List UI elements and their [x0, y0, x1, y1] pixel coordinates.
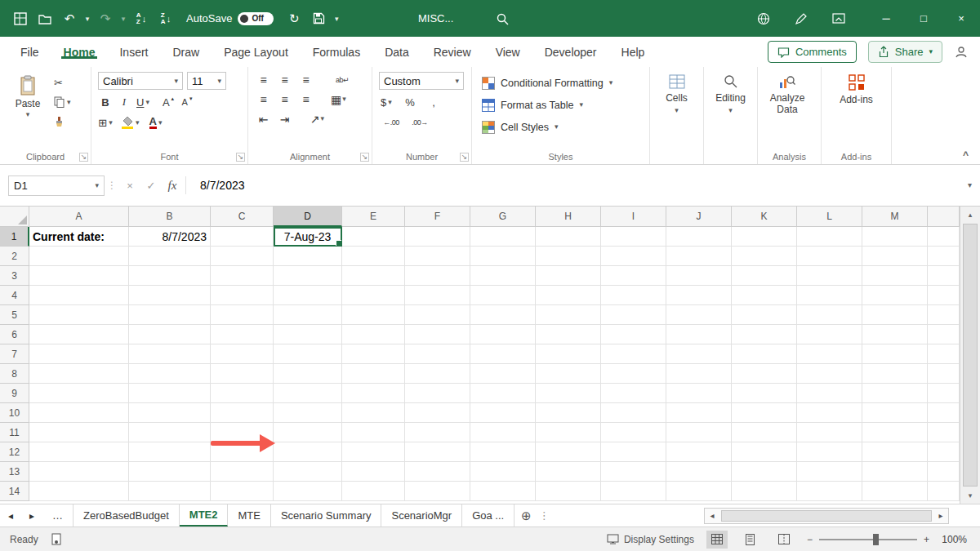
grid-cell-m3[interactable] — [862, 266, 928, 286]
grid-cell-l5[interactable] — [797, 305, 862, 325]
percent-style-button[interactable]: % — [403, 94, 417, 110]
grid-cell-a7[interactable] — [29, 344, 129, 364]
analyze-data-button[interactable]: Analyze Data — [758, 67, 817, 149]
tab-developer[interactable]: Developer — [532, 46, 609, 59]
row-header-11[interactable]: 11 — [0, 423, 29, 442]
column-header-m[interactable]: M — [862, 207, 928, 227]
grid-cell-c3[interactable] — [211, 266, 274, 286]
tab-view[interactable]: View — [483, 46, 532, 59]
grid-cell-b10[interactable] — [129, 403, 211, 423]
cell-styles-button[interactable]: Cell Styles ▾ — [479, 116, 644, 138]
scroll-left-icon[interactable]: ◂ — [705, 511, 719, 520]
sheet-tab-scenario-summary[interactable]: Scenario Summary — [271, 504, 382, 527]
middle-align-icon[interactable]: ≡ — [276, 72, 293, 87]
grid-cell-c10[interactable] — [211, 403, 274, 423]
grid-cell-j4[interactable] — [666, 286, 732, 305]
grid-cell-m2[interactable] — [862, 247, 928, 266]
font-name-combo[interactable]: Calibri ▾ — [98, 72, 183, 90]
grid-cell-g10[interactable] — [470, 403, 536, 423]
scroll-down-icon[interactable]: ▾ — [960, 487, 980, 504]
grid-cell-k2[interactable] — [732, 247, 797, 266]
column-header-b[interactable]: B — [129, 207, 211, 227]
formula-bar-grip[interactable]: ⋮ — [105, 180, 119, 191]
name-box[interactable]: D1 ▾ — [8, 176, 105, 196]
grid-cell-e9[interactable] — [342, 384, 405, 403]
grid-cell-l10[interactable] — [797, 403, 862, 423]
display-settings-button[interactable]: Display Settings — [607, 534, 694, 545]
grid-cell-g5[interactable] — [470, 305, 536, 325]
grid-cell-d2[interactable] — [274, 247, 342, 266]
grid-cell-a5[interactable] — [29, 305, 129, 325]
grid-cell-i3[interactable] — [601, 266, 666, 286]
add-sheet-icon[interactable]: ⊕ — [514, 504, 537, 527]
grid-cell-h8[interactable] — [536, 364, 601, 384]
increase-decimal-button[interactable]: ←.00 — [379, 114, 403, 131]
sheet-nav-left-icon[interactable]: ◂ — [0, 504, 21, 527]
close-button[interactable]: × — [942, 0, 980, 37]
sort-descending-icon[interactable]: ZA ↓ — [154, 12, 178, 25]
grid-cell-e4[interactable] — [342, 286, 405, 305]
grid-cell-j13[interactable] — [666, 462, 732, 482]
grid-cell-g4[interactable] — [470, 286, 536, 305]
grid-cell-d8[interactable] — [274, 364, 342, 384]
tab-home[interactable]: Home — [51, 46, 108, 59]
pen-icon[interactable] — [794, 11, 808, 26]
fill-color-button[interactable]: ▾ — [122, 114, 140, 131]
grid-cell-f11[interactable] — [405, 423, 470, 442]
zoom-out-icon[interactable]: − — [807, 534, 813, 545]
cancel-icon[interactable]: × — [119, 176, 140, 196]
expand-formula-bar-icon[interactable]: ▾ — [968, 181, 972, 189]
sort-ascending-icon[interactable]: AZ ↓ — [129, 12, 154, 25]
grid-cell-k14[interactable] — [732, 482, 797, 501]
align-right-icon[interactable]: ≡ — [297, 91, 314, 107]
excel-app-icon[interactable] — [8, 7, 33, 31]
grid-cell-b4[interactable] — [129, 286, 211, 305]
grid-cell-f8[interactable] — [405, 364, 470, 384]
italic-button[interactable]: I — [117, 94, 131, 110]
column-header-a[interactable]: A — [29, 207, 129, 227]
globe-icon[interactable] — [756, 11, 771, 26]
vertical-scrollbar-thumb[interactable] — [963, 224, 978, 487]
column-header-g[interactable]: G — [470, 207, 536, 227]
share-button[interactable]: Share ▾ — [868, 41, 942, 63]
grid-cell-d1[interactable]: 7-Aug-23 — [274, 227, 342, 247]
paste-button[interactable]: Paste ▾ — [7, 72, 49, 149]
grid-cell-e13[interactable] — [342, 462, 405, 482]
grid-cell-k13[interactable] — [732, 462, 797, 482]
ribbon-display-options-icon[interactable] — [831, 12, 846, 25]
sheet-tab-zerobasedbudget[interactable]: ZeroBasedBudget — [74, 504, 180, 527]
sheet-tab-scenariomgr[interactable]: ScenarioMgr — [381, 504, 462, 527]
grid-cell-i8[interactable] — [601, 364, 666, 384]
number-format-combo[interactable]: Custom ▾ — [379, 72, 464, 90]
grid-cell-i13[interactable] — [601, 462, 666, 482]
sheet-tab-mte[interactable]: MTE — [228, 504, 270, 527]
cells-button[interactable]: Cells ▾ — [650, 67, 703, 149]
undo-dropdown-icon[interactable]: ▾ — [82, 7, 93, 31]
row-header-7[interactable]: 7 — [0, 344, 29, 364]
grid-cell-k6[interactable] — [732, 325, 797, 344]
grid-cell-g12[interactable] — [470, 442, 536, 462]
grid-cell-j9[interactable] — [666, 384, 732, 403]
grid-cell-e11[interactable] — [342, 423, 405, 442]
grid-cell-k3[interactable] — [732, 266, 797, 286]
grid-cell-k11[interactable] — [732, 423, 797, 442]
grid-cell-c13[interactable] — [211, 462, 274, 482]
underline-button[interactable]: U▾ — [136, 94, 150, 110]
column-header-h[interactable]: H — [536, 207, 601, 227]
grid-cell-b11[interactable] — [129, 423, 211, 442]
row-header-4[interactable]: 4 — [0, 286, 29, 305]
grid-cell-m4[interactable] — [862, 286, 928, 305]
grid-cell-a10[interactable] — [29, 403, 129, 423]
grid-cell-f12[interactable] — [405, 442, 470, 462]
scroll-right-icon[interactable]: ▸ — [933, 511, 948, 520]
horizontal-scrollbar-thumb[interactable] — [721, 510, 932, 522]
column-header-k[interactable]: K — [732, 207, 797, 227]
grid-cell-l13[interactable] — [797, 462, 862, 482]
row-header-12[interactable]: 12 — [0, 442, 29, 462]
grid-cell-b6[interactable] — [129, 325, 211, 344]
grid-cell-d9[interactable] — [274, 384, 342, 403]
grid-cell-d14[interactable] — [274, 482, 342, 501]
increase-font-size-button[interactable]: A▴ — [161, 94, 176, 110]
grid-cell-l1[interactable] — [797, 227, 862, 247]
column-header-f[interactable]: F — [405, 207, 470, 227]
